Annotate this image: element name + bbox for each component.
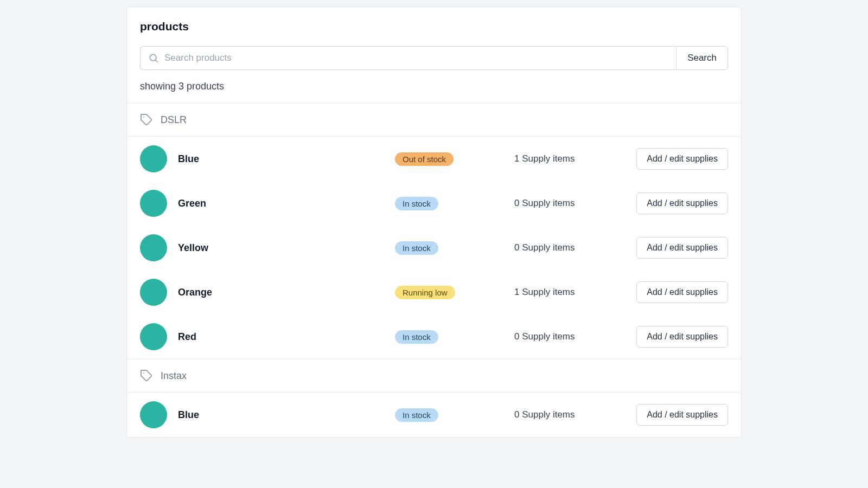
status-col: In stock <box>395 241 503 255</box>
variant-row: BlueIn stock0 Supply itemsAdd / edit sup… <box>127 393 741 437</box>
supply-count: 0 Supply items <box>514 409 623 420</box>
supply-count: 1 Supply items <box>514 287 623 298</box>
variant-name: Yellow <box>178 242 384 254</box>
variant-row: YellowIn stock0 Supply itemsAdd / edit s… <box>127 226 741 270</box>
add-edit-supplies-button[interactable]: Add / edit supplies <box>636 326 728 348</box>
variant-avatar <box>140 190 167 217</box>
stock-badge: In stock <box>395 330 438 344</box>
search-icon <box>148 53 159 63</box>
variant-name: Blue <box>178 409 384 421</box>
stock-badge: In stock <box>395 408 438 422</box>
products-card: products Search showing 3 products DSLRB… <box>126 7 742 438</box>
tag-icon <box>140 113 153 126</box>
action-col: Add / edit supplies <box>636 281 728 303</box>
add-edit-supplies-button[interactable]: Add / edit supplies <box>636 148 728 170</box>
svg-line-1 <box>156 60 158 62</box>
stock-badge: Out of stock <box>395 152 454 166</box>
group-label: Instax <box>161 370 187 382</box>
product-groups: DSLRBlueOut of stock1 Supply itemsAdd / … <box>127 103 741 437</box>
page-title: products <box>140 20 728 33</box>
variant-name: Red <box>178 331 384 343</box>
action-col: Add / edit supplies <box>636 326 728 348</box>
variant-avatar <box>140 323 167 350</box>
action-col: Add / edit supplies <box>636 237 728 259</box>
supply-count: 1 Supply items <box>514 153 623 164</box>
add-edit-supplies-button[interactable]: Add / edit supplies <box>636 192 728 214</box>
card-header: products Search showing 3 products <box>127 7 741 103</box>
variant-avatar <box>140 401 167 428</box>
supply-count: 0 Supply items <box>514 242 623 253</box>
status-col: Out of stock <box>395 152 503 166</box>
tag-icon <box>140 369 153 382</box>
svg-point-0 <box>150 54 156 61</box>
add-edit-supplies-button[interactable]: Add / edit supplies <box>636 237 728 259</box>
stock-badge: Running low <box>395 286 455 299</box>
search-input[interactable] <box>164 53 668 63</box>
status-col: In stock <box>395 330 503 344</box>
variant-name: Orange <box>178 287 384 298</box>
search-input-wrapper <box>140 46 676 70</box>
group-label: DSLR <box>161 114 187 126</box>
action-col: Add / edit supplies <box>636 404 728 426</box>
variant-avatar <box>140 145 167 172</box>
showing-count: showing 3 products <box>140 81 728 92</box>
supply-count: 0 Supply items <box>514 331 623 342</box>
search-button[interactable]: Search <box>676 46 728 70</box>
add-edit-supplies-button[interactable]: Add / edit supplies <box>636 281 728 303</box>
variant-row: RedIn stock0 Supply itemsAdd / edit supp… <box>127 314 741 359</box>
status-col: In stock <box>395 408 503 422</box>
supply-count: 0 Supply items <box>514 198 623 209</box>
search-row: Search <box>140 46 728 70</box>
action-col: Add / edit supplies <box>636 148 728 170</box>
variant-row: BlueOut of stock1 Supply itemsAdd / edit… <box>127 137 741 181</box>
status-col: In stock <box>395 197 503 210</box>
stock-badge: In stock <box>395 197 438 210</box>
action-col: Add / edit supplies <box>636 192 728 214</box>
variant-name: Green <box>178 198 384 209</box>
group-header: DSLR <box>127 103 741 137</box>
status-col: Running low <box>395 286 503 299</box>
variant-avatar <box>140 279 167 306</box>
add-edit-supplies-button[interactable]: Add / edit supplies <box>636 404 728 426</box>
variant-name: Blue <box>178 153 384 165</box>
stock-badge: In stock <box>395 241 438 255</box>
variant-row: OrangeRunning low1 Supply itemsAdd / edi… <box>127 270 741 314</box>
variant-avatar <box>140 234 167 261</box>
variant-row: GreenIn stock0 Supply itemsAdd / edit su… <box>127 181 741 226</box>
group-header: Instax <box>127 359 741 393</box>
